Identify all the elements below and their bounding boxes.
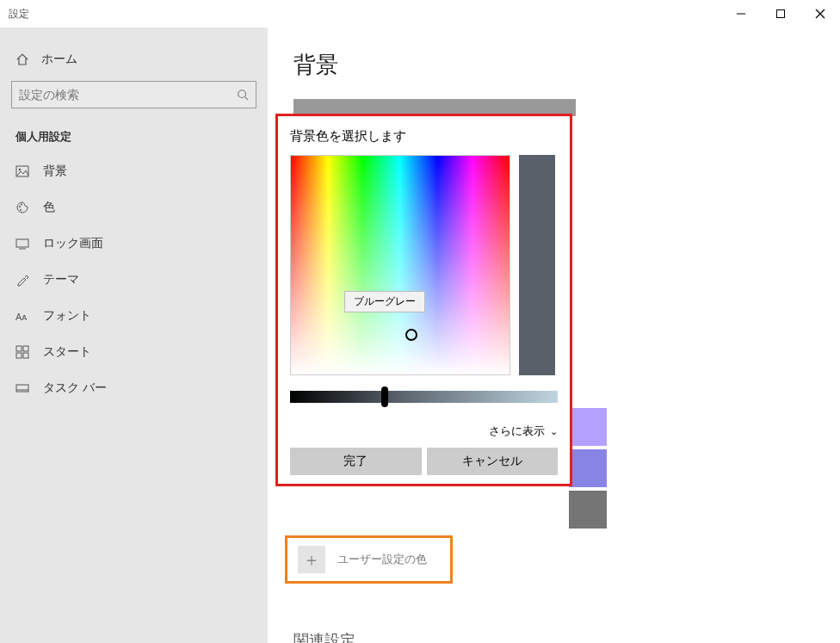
svg-rect-15 (23, 346, 28, 351)
image-icon (15, 164, 29, 178)
color-picker-dialog: 背景色を選択します ブルーグレー さらに表示 ⌄ 完了 キャンセル (275, 114, 572, 486)
svg-point-4 (238, 90, 246, 98)
sidebar-item-background[interactable]: 背景 (0, 153, 268, 189)
sidebar-item-label: タスク バー (43, 380, 107, 396)
start-icon (15, 345, 29, 359)
svg-point-10 (20, 209, 22, 211)
home-icon (15, 53, 29, 66)
cancel-button[interactable]: キャンセル (427, 448, 559, 475)
dialog-title: 背景色を選択します (290, 128, 558, 145)
maximize-button[interactable] (761, 0, 800, 28)
sidebar: ホーム 個人用設定 背景 色 ロック画面 テーマ (0, 28, 268, 643)
sidebar-item-colors[interactable]: 色 (0, 189, 268, 226)
custom-color-row[interactable]: ＋ ユーザー設定の色 (285, 535, 453, 584)
sidebar-item-label: フォント (43, 308, 91, 324)
svg-rect-17 (23, 353, 28, 358)
color-preview (519, 155, 555, 375)
svg-text:Aᴀ: Aᴀ (15, 312, 28, 322)
more-toggle[interactable]: さらに表示 ⌄ (290, 424, 558, 439)
svg-rect-11 (16, 239, 28, 247)
taskbar-icon (15, 381, 29, 395)
value-slider[interactable] (290, 391, 558, 403)
theme-icon (15, 273, 29, 287)
search-icon (237, 89, 249, 101)
svg-line-5 (245, 97, 249, 101)
sidebar-item-label: 背景 (43, 164, 67, 179)
color-swatch[interactable] (569, 491, 607, 529)
minimize-button[interactable] (721, 0, 761, 28)
slider-thumb-icon[interactable] (381, 386, 388, 407)
window-title: 設定 (9, 7, 29, 22)
sidebar-item-label: ロック画面 (43, 236, 103, 251)
sidebar-item-taskbar[interactable]: タスク バー (0, 370, 268, 406)
sv-cursor-icon[interactable] (405, 329, 417, 341)
sidebar-item-label: 色 (43, 200, 55, 215)
sidebar-item-start[interactable]: スタート (0, 334, 268, 370)
sidebar-section-header: 個人用設定 (0, 112, 268, 153)
search-box[interactable] (11, 81, 256, 108)
chevron-down-icon: ⌄ (550, 426, 558, 437)
custom-color-label: ユーザー設定の色 (337, 552, 427, 567)
svg-rect-18 (16, 385, 28, 392)
sidebar-item-label: テーマ (43, 272, 79, 287)
close-icon (815, 9, 825, 19)
sidebar-item-label: スタート (43, 344, 91, 360)
add-custom-color-button[interactable]: ＋ (298, 546, 325, 573)
sidebar-nav: 背景 色 ロック画面 テーマ Aᴀ フォント スタート (0, 153, 268, 406)
color-name-tooltip: ブルーグレー (344, 291, 425, 312)
plus-icon: ＋ (303, 548, 320, 572)
maximize-icon (775, 9, 786, 19)
svg-rect-14 (16, 346, 22, 351)
ok-button[interactable]: 完了 (290, 448, 422, 475)
window-controls (721, 0, 840, 28)
sidebar-item-lockscreen[interactable]: ロック画面 (0, 226, 268, 262)
svg-rect-16 (16, 353, 22, 358)
related-settings-heading: 関連設定 (293, 630, 355, 643)
svg-point-9 (21, 204, 22, 206)
sidebar-item-themes[interactable]: テーマ (0, 262, 268, 298)
font-icon: Aᴀ (15, 309, 29, 323)
saturation-value-area[interactable]: ブルーグレー (290, 155, 510, 375)
search-input[interactable] (19, 88, 237, 102)
close-button[interactable] (800, 0, 840, 28)
minimize-icon (736, 9, 746, 19)
home-label: ホーム (41, 52, 77, 67)
svg-point-8 (19, 206, 21, 207)
svg-point-7 (19, 169, 22, 171)
palette-icon (15, 201, 29, 214)
page-title: 背景 (293, 50, 814, 80)
more-label: さらに表示 (489, 424, 545, 439)
color-swatch[interactable] (569, 408, 607, 446)
svg-rect-1 (777, 10, 785, 18)
lock-screen-icon (15, 237, 29, 250)
color-swatch[interactable] (569, 449, 607, 487)
sidebar-item-fonts[interactable]: Aᴀ フォント (0, 298, 268, 334)
home-nav[interactable]: ホーム (0, 45, 268, 74)
titlebar: 設定 (0, 0, 840, 28)
